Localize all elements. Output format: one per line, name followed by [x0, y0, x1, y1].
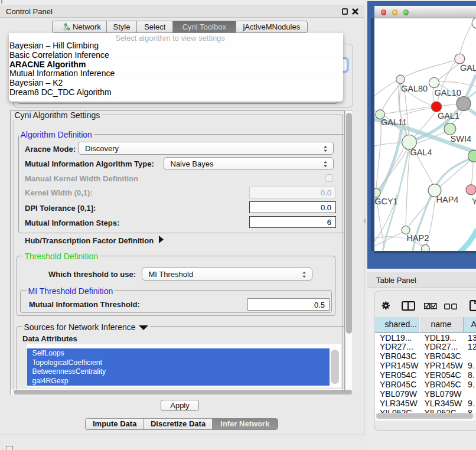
svg-text:GAL7: GAL7 [460, 63, 476, 73]
svg-text:GAL80: GAL80 [401, 84, 428, 93]
svg-text:GAL10: GAL10 [435, 87, 461, 97]
svg-text:HAP2: HAP2 [406, 233, 429, 243]
svg-text:HAP4: HAP4 [436, 195, 459, 204]
svg-text:GCY1: GCY1 [374, 196, 398, 206]
svg-text:GAL11: GAL11 [381, 117, 407, 126]
svg-text:GAL4: GAL4 [410, 147, 432, 156]
svg-text:SWI4: SWI4 [451, 134, 471, 144]
svg-text:GAL1: GAL1 [438, 110, 459, 120]
svg-text:Y: Y [472, 196, 476, 206]
